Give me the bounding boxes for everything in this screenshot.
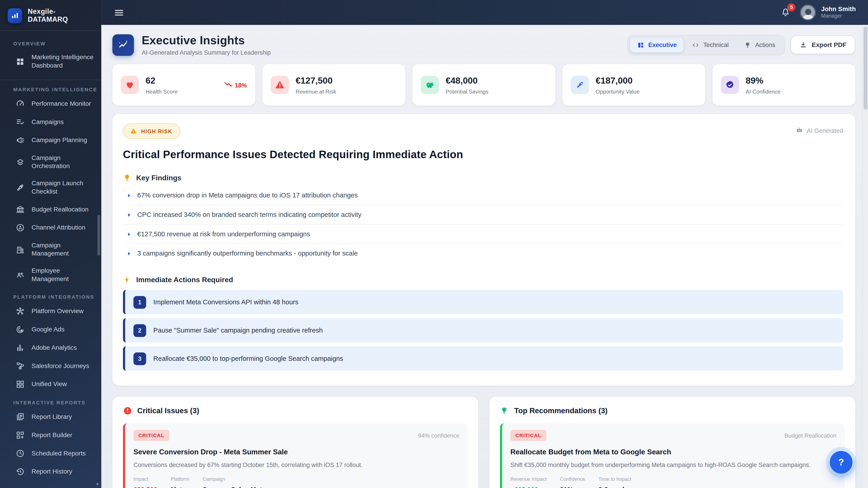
sidebar-item-label: Campaign Launch Checklist	[32, 179, 96, 196]
sidebar-item-campaign-planning[interactable]: Campaign Planning	[0, 131, 101, 149]
immediate-actions-heading: Immediate Actions Required	[123, 275, 843, 285]
sidebar-item-label: Employee Management	[32, 267, 96, 283]
metric-campaign: Campaign Summer Sale - Meta	[203, 477, 266, 488]
immediate-actions-list: 1 Implement Meta Conversions API within …	[123, 290, 843, 371]
stat-value: 89%	[746, 75, 780, 86]
brand: Nexgile-DATAMARQ	[0, 0, 101, 31]
sidebar-item-campaigns[interactable]: Campaigns	[0, 113, 101, 131]
action-item: 1 Implement Meta Conversions API within …	[123, 290, 843, 314]
topbar: 5 John Smith Manager	[101, 0, 868, 25]
sidebar-item-budget-reallocation[interactable]: Budget Reallocation	[0, 200, 101, 219]
metric-impact: Impact €89,500	[133, 477, 157, 488]
heart-icon	[121, 76, 139, 94]
top-recommendations-card: Top Recommendations (3) CRITICAL Budget …	[489, 397, 855, 488]
list-check-icon	[16, 117, 25, 127]
sidebar-item-report-builder[interactable]: Report Builder	[0, 426, 101, 445]
tab-technical[interactable]: Technical	[685, 37, 736, 52]
high-risk-badge: HIGH RISK	[123, 123, 181, 139]
sidebar-item-marketing-intelligence-dashboard[interactable]: Marketing Intelligence Dashboard	[0, 49, 101, 74]
lightbulb-orange-icon	[123, 173, 131, 183]
finding-item[interactable]: 3 campaigns significantly outperforming …	[123, 243, 843, 263]
sidebar-item-google-ads[interactable]: Google Ads	[0, 320, 101, 339]
action-number-badge: 1	[133, 296, 146, 308]
risk-warning-icon	[129, 127, 137, 135]
sidebar-item-campaign-orchestration[interactable]: Campaign Orchestration	[0, 149, 101, 175]
play-bullet-icon	[127, 232, 132, 236]
sidebar-item-campaign-management[interactable]: Campaign Management	[0, 237, 101, 262]
rocket-icon	[16, 183, 25, 192]
help-button[interactable]: ?	[830, 451, 852, 474]
sidebar-nav: OVERVIEW Marketing Intelligence Dashboar…	[0, 31, 101, 481]
export-pdf-button[interactable]: Export PDF	[791, 35, 855, 54]
critical-badge: CRITICAL	[510, 430, 546, 441]
building-icon	[16, 245, 25, 254]
sidebar-item-label: Report History	[32, 467, 72, 476]
key-findings-list: 67% conversion drop in Meta campaigns du…	[123, 186, 843, 263]
sidebar-scroll-down-icon[interactable]: ▼	[95, 483, 99, 487]
section-label-platform-integrations: PLATFORM INTEGRATIONS	[0, 288, 101, 302]
lightbulb-icon	[744, 41, 751, 48]
tab-label: Actions	[755, 41, 775, 48]
finding-item[interactable]: CPC increased 340% on branded search ter…	[123, 205, 843, 224]
sidebar-item-performance-monitor[interactable]: Performance Monitor	[0, 95, 101, 113]
stat-trend: 18%	[224, 81, 247, 89]
grid-layout-icon	[16, 380, 25, 389]
piggy-bank-icon	[421, 76, 439, 94]
sidebar-item-unified-view[interactable]: Unified View	[0, 375, 101, 393]
hamburger-menu-icon[interactable]	[114, 7, 125, 18]
page-scrollbar[interactable]	[862, 25, 868, 488]
stat-value: €48,000	[445, 75, 488, 86]
notifications-bell-icon[interactable]: 5	[780, 6, 792, 19]
person-circle-icon	[16, 223, 25, 232]
recommendation-title: Reallocate Budget from Meta to Google Se…	[510, 448, 836, 456]
user-menu[interactable]: John Smith Manager	[800, 4, 856, 21]
flow-icon	[16, 361, 25, 371]
recommendation-description: Shift €35,000 monthly budget from underp…	[510, 461, 836, 468]
sidebar-item-platform-overview[interactable]: Platform Overview	[0, 302, 101, 320]
brand-name: Nexgile-DATAMARQ	[28, 8, 94, 23]
sidebar-item-label: Report Library	[32, 413, 72, 421]
view-tabs: Executive Technical Actions	[627, 35, 785, 55]
finding-item[interactable]: 67% conversion drop in Meta campaigns du…	[123, 186, 843, 205]
action-item: 3 Reallocate €35,000 to top-performing G…	[123, 346, 843, 371]
grid-plus-icon	[16, 430, 25, 440]
category-label: Budget Reallocation	[784, 432, 836, 439]
action-number-badge: 2	[133, 324, 146, 337]
notification-count-badge: 5	[787, 3, 796, 11]
robot-icon	[795, 127, 804, 134]
tab-actions[interactable]: Actions	[737, 37, 782, 52]
metric-platform: Platform Meta	[170, 477, 189, 488]
documents-icon	[16, 412, 25, 422]
main-area: 5 John Smith Manager Executive Insi	[101, 0, 868, 488]
grid-icon	[637, 41, 645, 48]
key-findings-heading: Key Findings	[123, 173, 843, 183]
content: Executive Insights AI-Generated Analysis…	[101, 25, 868, 488]
sidebar-item-campaign-launch-checklist[interactable]: Campaign Launch Checklist	[0, 175, 101, 200]
stat-label: Revenue at Risk	[296, 88, 336, 94]
issue-title: Severe Conversion Drop - Meta Summer Sal…	[133, 448, 459, 456]
page-scrollbar-thumb[interactable]	[864, 27, 867, 109]
export-pdf-label: Export PDF	[812, 41, 846, 48]
rocket-blue-icon	[571, 76, 589, 94]
tab-executive[interactable]: Executive	[630, 37, 684, 52]
sidebar-item-adobe-analytics[interactable]: Adobe Analytics	[0, 339, 101, 357]
section-label-marketing-intelligence: MARKETING INTELLIGENCE	[0, 80, 101, 95]
sidebar-item-employee-management[interactable]: Employee Management	[0, 262, 101, 288]
stats-row: 62 Health Score 18% €127,500 Revenue at …	[112, 64, 855, 106]
sidebar-item-scheduled-reports[interactable]: Scheduled Reports	[0, 445, 101, 463]
sidebar-item-report-library[interactable]: Report Library	[0, 408, 101, 426]
sidebar-item-channel-attribution[interactable]: Channel Attribution	[0, 219, 101, 237]
sidebar-item-report-history[interactable]: Report History	[0, 462, 101, 481]
sidebar-scrollbar-thumb[interactable]	[97, 215, 100, 256]
warning-triangle-icon	[271, 76, 289, 94]
sidebar: Nexgile-DATAMARQ OVERVIEW Marketing Inte…	[0, 0, 101, 488]
issue-description: Conversions decreased by 67% starting Oc…	[133, 461, 459, 468]
critical-badge: CRITICAL	[133, 430, 169, 441]
trending-down-icon	[224, 81, 232, 89]
lightning-bolt-icon	[123, 275, 131, 285]
page-header: Executive Insights AI-Generated Analysis…	[112, 34, 855, 56]
brand-logo-icon	[8, 8, 22, 23]
finding-item[interactable]: €127,500 revenue at risk from underperfo…	[123, 224, 843, 243]
insights-trend-icon	[112, 34, 134, 56]
sidebar-item-salesforce-journeys[interactable]: Salesforce Journeys	[0, 357, 101, 375]
